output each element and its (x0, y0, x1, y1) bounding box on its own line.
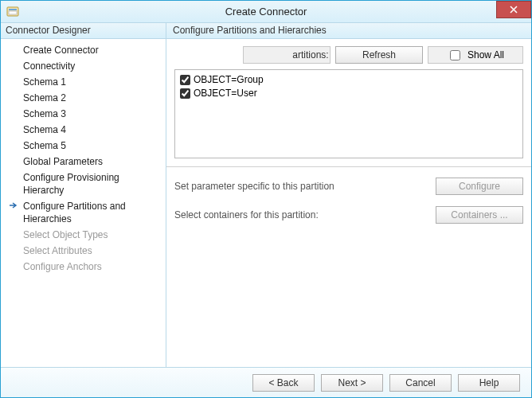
close-button[interactable] (496, 1, 531, 18)
configure-label: Set parameter specific to this partition (174, 181, 334, 192)
sidebar-item[interactable]: Schema 4 (1, 122, 166, 138)
list-item[interactable]: OBJECT=Group (180, 73, 518, 87)
containers-label: Select containers for this partition: (174, 209, 319, 220)
back-button[interactable]: < Back (252, 374, 315, 392)
help-button[interactable]: Help (458, 374, 520, 392)
show-all-wrap[interactable]: Show All (428, 46, 523, 64)
containers-row: Select containers for this partition: Co… (174, 206, 523, 224)
toolbar: artitions: Refresh Show All (174, 45, 523, 64)
sidebar-item: Select Object Types (1, 227, 166, 243)
sidebar-item-label: Configure Provisioning Hierarchy (23, 172, 119, 196)
sidebar-item-label: Configure Partitions and Hierarchies (23, 201, 126, 224)
sidebar-item: Configure Anchors (1, 259, 166, 275)
show-all-label: Show All (467, 49, 504, 60)
partitions-label: artitions: (243, 46, 331, 64)
arrow-right-icon (9, 201, 18, 210)
sidebar-list: Create ConnectorConnectivitySchema 1Sche… (1, 39, 166, 275)
partition-checkbox[interactable] (180, 88, 190, 99)
sidebar: Connector Designer Create ConnectorConne… (1, 23, 166, 367)
partition-checkbox[interactable] (180, 75, 190, 85)
footer: < Back Next > Cancel Help (1, 367, 531, 397)
list-item[interactable]: OBJECT=User (180, 87, 518, 100)
main-body: artitions: Refresh Show All OBJECT=Group… (166, 39, 531, 367)
partition-label: OBJECT=Group (194, 73, 264, 87)
sidebar-header: Connector Designer (1, 23, 166, 39)
sidebar-item-label: Schema 3 (23, 108, 66, 119)
sidebar-item[interactable]: Configure Partitions and Hierarchies (1, 198, 166, 227)
close-icon (510, 6, 518, 14)
next-button[interactable]: Next > (321, 374, 383, 392)
sidebar-item-label: Schema 5 (23, 140, 66, 151)
cancel-button[interactable]: Cancel (389, 374, 452, 392)
svg-rect-2 (9, 11, 17, 14)
svg-rect-1 (9, 9, 17, 10)
sidebar-item-label: Global Parameters (23, 156, 103, 167)
sidebar-item-label: Create Connector (23, 45, 99, 56)
sidebar-item[interactable]: Connectivity (1, 58, 166, 74)
title-bar: Create Connector (1, 1, 531, 23)
configure-row: Set parameter specific to this partition… (174, 178, 523, 195)
sidebar-item-label: Schema 4 (23, 124, 66, 135)
show-all-checkbox[interactable] (450, 50, 460, 60)
sidebar-item: Select Attributes (1, 243, 166, 259)
app-icon (6, 5, 20, 19)
sidebar-item-label: Schema 1 (23, 76, 66, 88)
sidebar-item[interactable]: Create Connector (1, 42, 166, 58)
sidebar-item-label: Select Attributes (23, 245, 92, 256)
refresh-button[interactable]: Refresh (335, 46, 423, 64)
sidebar-item-label: Configure Anchors (23, 261, 102, 272)
configure-button[interactable]: Configure (436, 178, 523, 195)
window-title: Create Connector (1, 6, 531, 18)
partitions-listbox[interactable]: OBJECT=GroupOBJECT=User (174, 69, 523, 158)
sidebar-item[interactable]: Configure Provisioning Hierarchy (1, 170, 166, 198)
sidebar-item-label: Schema 2 (23, 92, 66, 103)
sidebar-item-label: Select Object Types (23, 229, 108, 240)
content-area: Connector Designer Create ConnectorConne… (1, 23, 531, 367)
containers-button[interactable]: Containers ... (436, 206, 523, 224)
main-panel: Configure Partitions and Hierarchies art… (166, 23, 531, 367)
divider (166, 166, 531, 168)
main-header: Configure Partitions and Hierarchies (166, 23, 531, 39)
sidebar-item[interactable]: Schema 3 (1, 106, 166, 122)
sidebar-item-label: Connectivity (23, 60, 75, 72)
partition-label: OBJECT=User (194, 87, 257, 100)
sidebar-item[interactable]: Schema 2 (1, 90, 166, 106)
sidebar-item[interactable]: Schema 5 (1, 138, 166, 154)
sidebar-item[interactable]: Schema 1 (1, 74, 166, 90)
sidebar-item[interactable]: Global Parameters (1, 154, 166, 170)
